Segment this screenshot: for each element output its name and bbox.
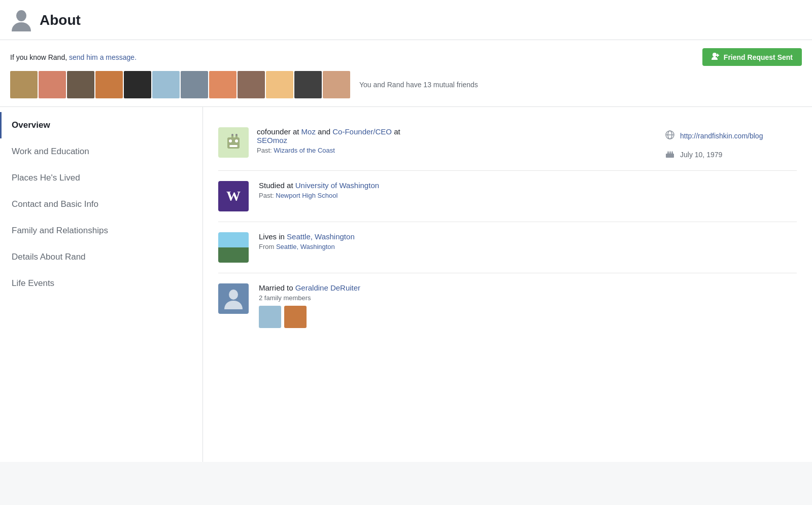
family-row: Married to Geraldine DeRuiter 2 family m… [218, 273, 797, 338]
sidebar-item-overview[interactable]: Overview [0, 112, 202, 138]
work-row: cofounder at Moz and Co-Founder/CEO atSE… [218, 117, 797, 171]
friend-bar: If you know Rand, send him a message. Fr… [0, 40, 812, 107]
send-message-link[interactable]: send him a message. [69, 53, 137, 61]
mutual-avatar [95, 71, 123, 98]
sidebar-item-places-lived[interactable]: Places He's Lived [0, 165, 202, 191]
mutual-friends-text: You and Rand have 13 mutual friends [359, 81, 478, 89]
main-content: Overview Work and Education Places He's … [0, 107, 812, 462]
education-row: W Studied at University of Washington Pa… [218, 171, 797, 222]
mutual-avatar [181, 71, 208, 98]
sidebar-item-details[interactable]: Details About Rand [0, 244, 202, 270]
sidebar: Overview Work and Education Places He's … [0, 107, 203, 462]
content-area: cofounder at Moz and Co-Founder/CEO atSE… [203, 107, 812, 462]
mutual-avatar [39, 71, 66, 98]
person-icon [10, 9, 32, 31]
from-seattle-link[interactable]: Seattle, Washington [276, 243, 335, 250]
svg-line-20 [670, 151, 670, 152]
sidebar-item-life-events[interactable]: Life Events [0, 270, 202, 297]
mutual-avatar [266, 71, 293, 98]
moz-logo [218, 127, 249, 158]
svg-point-11 [235, 134, 238, 136]
location-row: Lives in Seattle, Washington From Seattl… [218, 222, 797, 273]
family-thumbs [259, 306, 797, 328]
svg-point-6 [235, 139, 238, 142]
friend-request-button[interactable]: Friend Request Sent [702, 48, 802, 66]
mutual-avatar [209, 71, 236, 98]
education-details: Studied at University of Washington Past… [259, 181, 797, 199]
svg-point-22 [229, 290, 238, 300]
svg-rect-18 [671, 152, 673, 154]
uw-logo: W [218, 181, 249, 211]
geraldine-link[interactable]: Geraldine DeRuiter [295, 283, 360, 292]
person-add-icon [712, 52, 720, 62]
seomoz-link[interactable]: SEOmoz [257, 136, 287, 145]
cofounderceo-link[interactable]: Co-Founder/CEO [332, 127, 392, 136]
svg-rect-17 [669, 152, 671, 154]
mutual-avatar [67, 71, 94, 98]
svg-point-1 [713, 53, 717, 57]
mutual-avatar [238, 71, 265, 98]
svg-line-21 [672, 151, 672, 152]
website-link[interactable]: http://randfishkin.com/blog [680, 132, 763, 140]
uw-link[interactable]: University of Washington [295, 181, 379, 190]
globe-icon [665, 130, 675, 141]
mutual-avatar [124, 71, 151, 98]
svg-point-0 [16, 10, 26, 21]
family-member-2 [284, 306, 307, 328]
svg-line-19 [668, 151, 668, 152]
about-header: About [0, 0, 812, 40]
seattle-image [218, 232, 249, 263]
location-details: Lives in Seattle, Washington From Seattl… [259, 232, 797, 250]
right-meta: http://randfishkin.com/blog [665, 127, 797, 160]
mutual-avatars [10, 71, 350, 98]
svg-point-10 [231, 134, 233, 136]
cake-icon [665, 149, 675, 160]
seattle-link[interactable]: Seattle, Washington [287, 232, 355, 241]
friend-message: If you know Rand, send him a message. [10, 53, 137, 61]
sidebar-item-work-education[interactable]: Work and Education [0, 138, 202, 165]
mutual-avatar [323, 71, 350, 98]
page-title: About [40, 12, 81, 28]
mutual-avatar [152, 71, 180, 98]
svg-rect-7 [229, 145, 238, 147]
family-member-1 [259, 306, 281, 328]
moz-link[interactable]: Moz [301, 127, 316, 136]
geraldine-photo [218, 283, 249, 314]
svg-rect-15 [666, 154, 674, 158]
wizards-link[interactable]: Wizards of the Coast [274, 147, 335, 154]
birthday-text: July 10, 1979 [680, 151, 722, 159]
mutual-avatar [10, 71, 38, 98]
family-details: Married to Geraldine DeRuiter 2 family m… [259, 283, 797, 328]
mutual-friends-row: You and Rand have 13 mutual friends [10, 71, 802, 98]
sidebar-item-contact-basic[interactable]: Contact and Basic Info [0, 191, 202, 218]
newport-link[interactable]: Newport High School [276, 192, 337, 199]
work-details: cofounder at Moz and Co-Founder/CEO atSE… [257, 127, 400, 154]
mutual-avatar [294, 71, 322, 98]
sidebar-item-family-relationships[interactable]: Family and Relationships [0, 218, 202, 244]
svg-point-5 [229, 139, 232, 142]
svg-rect-16 [667, 152, 669, 154]
